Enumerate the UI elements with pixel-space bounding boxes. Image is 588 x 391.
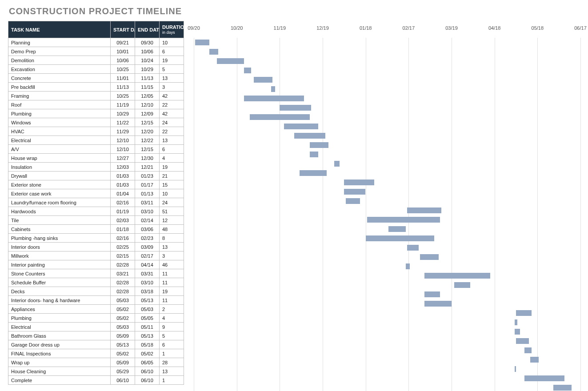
gantt-bar: [209, 49, 218, 55]
cell-task-name: Schedule Buffer: [8, 278, 111, 287]
gantt-bar: [516, 338, 529, 344]
cell-start-date: 01/19: [111, 207, 135, 216]
gantt-bar: [524, 347, 532, 353]
table-row: Schedule Buffer02/2803/1011: [8, 278, 184, 287]
cell-task-name: Electrical: [8, 323, 111, 331]
cell-start-date: 10/25: [111, 92, 135, 100]
cell-end-date: 10/29: [135, 65, 160, 74]
cell-start-date: 05/09: [111, 331, 135, 340]
table-row: Tile02/0302/1412: [8, 216, 184, 225]
cell-duration: 13: [160, 243, 184, 251]
cell-duration: 4: [160, 314, 184, 323]
gantt-bar: [217, 58, 244, 64]
gantt-row: [194, 47, 580, 56]
gantt-row: [194, 364, 580, 374]
gantt-bar: [406, 263, 410, 269]
axis-tick: 06/17: [574, 25, 587, 31]
cell-end-date: 04/14: [135, 260, 160, 269]
table-row: Cabinets01/1803/0648: [8, 225, 184, 234]
axis-tick: 09/20: [188, 25, 200, 31]
cell-task-name: Decks: [8, 287, 111, 296]
cell-end-date: 10/24: [135, 56, 160, 65]
gantt-bar: [407, 207, 441, 213]
cell-start-date: 05/09: [111, 358, 135, 367]
task-table: TASK NAME START DATE END DATE DURATIONin…: [8, 21, 184, 385]
table-row: Electrical05/0305/119: [8, 323, 184, 331]
table-header-row: TASK NAME START DATE END DATE DURATIONin…: [8, 21, 184, 38]
cell-task-name: Framing: [8, 92, 111, 100]
axis-tick: 11/19: [274, 25, 286, 31]
gantt-bar: [407, 245, 419, 251]
gantt-bar: [346, 198, 360, 204]
gantt-row: [194, 187, 580, 196]
cell-end-date: 11/13: [135, 74, 160, 83]
cell-start-date: 02/28: [111, 287, 135, 296]
cell-end-date: 12/30: [135, 154, 160, 163]
cell-task-name: Hardwoods: [8, 207, 111, 216]
gantt-bar: [244, 96, 304, 101]
table-row: Excavation10/2510/295: [8, 65, 184, 74]
cell-start-date: 10/01: [111, 47, 135, 56]
cell-task-name: Interior painting: [8, 260, 111, 269]
table-row: Garage Door dress up05/1305/186: [8, 340, 184, 349]
gantt-bar: [366, 235, 434, 241]
gantt-row: [194, 336, 580, 346]
cell-start-date: 01/03: [111, 172, 135, 180]
cell-duration: 13: [160, 74, 184, 83]
cell-duration: 13: [160, 136, 184, 145]
cell-end-date: 01/17: [135, 180, 160, 189]
cell-start-date: 05/03: [111, 296, 135, 305]
gantt-row: [194, 122, 580, 131]
cell-task-name: Insulation: [8, 163, 111, 172]
gantt-row: [194, 94, 580, 103]
gantt-row: [194, 224, 580, 234]
table-row: Interior painting02/2804/1446: [8, 260, 184, 269]
table-row: Plumbing10/2912/0942: [8, 109, 184, 118]
cell-end-date: 02/17: [135, 251, 160, 260]
cell-task-name: Pre backfill: [8, 83, 111, 92]
axis-tick: 02/17: [403, 25, 415, 31]
gantt-bar: [284, 124, 318, 129]
cell-duration: 22: [160, 100, 184, 109]
gantt-bar: [515, 329, 520, 335]
table-row: Electrical12/1012/2213: [8, 136, 184, 145]
cell-task-name: Exterior stone: [8, 180, 111, 189]
table-row: Windows11/2212/1524: [8, 118, 184, 127]
cell-start-date: 05/02: [111, 305, 135, 314]
gantt-row: [194, 168, 580, 178]
cell-start-date: 09/21: [111, 38, 135, 47]
cell-duration: 2: [160, 305, 184, 314]
gantt-row: [194, 75, 580, 84]
cell-task-name: Millwork: [8, 251, 111, 260]
axis-tick: 05/18: [532, 25, 544, 31]
gantt-row: [194, 327, 580, 336]
gantt-row: [194, 383, 580, 391]
cell-end-date: 10/06: [135, 47, 160, 56]
cell-start-date: 10/25: [111, 65, 135, 74]
table-row: Framing10/2512/0542: [8, 92, 184, 100]
cell-duration: 1: [160, 349, 184, 358]
cell-end-date: 05/13: [135, 296, 160, 305]
gantt-row: [194, 290, 580, 299]
cell-end-date: 12/05: [135, 92, 160, 100]
cell-duration: 15: [160, 180, 184, 189]
cell-duration: 6: [160, 340, 184, 349]
cell-task-name: Garage Door dress up: [8, 340, 111, 349]
cell-duration: 3: [160, 83, 184, 92]
cell-duration: 19: [160, 287, 184, 296]
cell-task-name: Complete: [8, 376, 111, 385]
cell-start-date: 12/27: [111, 154, 135, 163]
table-row: Millwork02/1502/173: [8, 251, 184, 260]
table-row: Exterior stone01/0301/1715: [8, 180, 184, 189]
cell-start-date: 02/16: [111, 234, 135, 243]
header-start-date: START DATE: [111, 21, 135, 38]
cell-start-date: 05/02: [111, 349, 135, 358]
gantt-bar: [524, 375, 564, 381]
cell-start-date: 12/03: [111, 163, 135, 172]
cell-task-name: Planning: [8, 38, 111, 47]
cell-task-name: Interior doors: [8, 243, 111, 251]
gantt-row: [194, 84, 580, 94]
table-row: Complete06/1006/101: [8, 376, 184, 385]
axis-tick: 10/20: [231, 25, 243, 31]
gantt-bar: [280, 105, 311, 111]
